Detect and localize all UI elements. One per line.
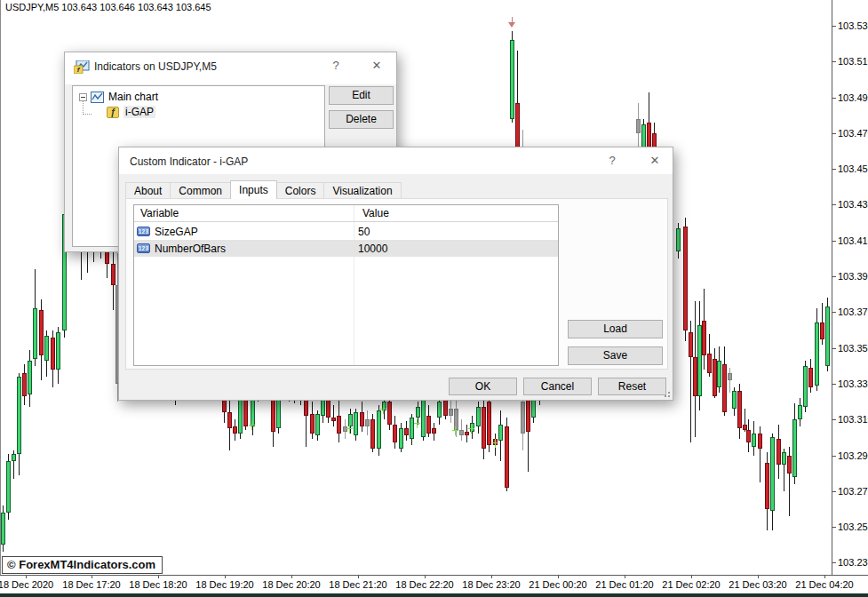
candle-body [717,361,721,387]
parameter-name: NumberOfBars [155,243,226,255]
tree-item-label: Main chart [108,91,158,103]
parameters-table[interactable]: Variable Value 123SizeGAP50123NumberOfBa… [133,204,559,366]
tree-item-main-chart[interactable]: Main chart [79,91,158,103]
candle-body [820,322,824,339]
time-label: 18 Dec 2020 [0,579,53,590]
tab-visualization[interactable]: Visualization [323,182,401,199]
candle-body [787,456,792,474]
indicators-dialog-title: Indicators on USDJPY,M5 [94,60,217,73]
delete-button[interactable]: Delete [329,110,394,129]
custom-dialog-title: Custom Indicator - i-GAP [130,155,248,168]
price-label: 103.330 [838,378,868,389]
candle-body [227,412,232,428]
load-button[interactable]: Load [568,320,663,338]
candle-body [331,418,336,421]
price-label: 103.390 [838,271,868,282]
parameter-value[interactable]: 10000 [358,243,387,255]
resize-grip[interactable] [662,389,670,397]
tab-common[interactable]: Common [170,182,231,199]
integer-parameter-icon: 123 [137,227,150,236]
time-tick [225,576,226,578]
price-tick [832,169,836,170]
tree-item-label: i-GAP [123,106,155,118]
collapse-icon[interactable] [79,93,87,101]
time-tick [291,576,292,578]
candle-body [752,434,756,447]
tab-about[interactable]: About [125,182,171,199]
time-label: 21 Dec 01:20 [595,579,653,590]
candle-body [808,368,813,387]
cancel-button[interactable]: Cancel [523,378,592,395]
table-row[interactable]: 123SizeGAP50 [134,223,558,240]
price-axis[interactable]: 103.530103.510103.490103.470103.450103.4… [832,0,868,575]
candle-body [393,425,397,442]
candle-body [51,338,55,370]
gap-buy-marker-icon [249,421,255,430]
price-tick [832,562,836,563]
candle-body [746,430,751,442]
column-header-variable: Variable [140,207,179,219]
price-label: 103.450 [838,163,868,174]
price-label: 103.490 [838,92,868,103]
candle-body [421,400,426,437]
watermark: © ForexMT4Indicators.com [2,556,163,574]
gap-buy-marker-icon [492,439,498,448]
price-tick [832,419,836,420]
close-button[interactable]: ✕ [641,151,668,171]
tab-inputs[interactable]: Inputs [230,180,277,199]
candle-body [676,228,681,251]
candle-body [370,419,375,449]
time-tick [491,576,492,578]
indicators-dialog-titlebar[interactable]: f Indicators on USDJPY,M5 ? ✕ [65,52,396,84]
close-button[interactable]: ✕ [363,56,390,76]
custom-indicator-icon: ƒ [107,107,119,118]
time-axis[interactable]: 18 Dec 202018 Dec 17:2018 Dec 18:2018 De… [0,575,868,593]
integer-parameter-icon: 123 [137,243,150,253]
candle-body [776,439,781,465]
candle-body [6,461,11,513]
parameter-value[interactable]: 50 [358,226,370,238]
candle-body [798,405,802,419]
tab-bar: AboutCommonInputsColorsVisualization [125,180,401,199]
ok-button[interactable]: OK [449,378,517,395]
gap-down-arrow-icon [508,17,516,28]
indicator-list-icon: f [74,60,90,74]
quote-ohlc-line: USDJPY,M5 103.643 103.646 103.643 103.64… [5,2,211,12]
price-tick [832,241,836,242]
time-tick [758,576,759,578]
time-label: 21 Dec 02:20 [662,579,720,590]
price-label: 103.410 [838,235,868,246]
candle-body [17,377,21,454]
candle-body [416,407,420,418]
price-label: 103.430 [838,199,868,210]
reset-button[interactable]: Reset [598,378,666,395]
price-tick [832,384,836,385]
price-label: 103.250 [838,521,868,532]
time-label: 18 Dec 21:20 [329,579,386,590]
time-tick [158,576,159,578]
help-button[interactable]: ? [599,151,625,171]
custom-indicator-dialog: Custom Indicator - i-GAP ? ✕ AboutCommon… [118,147,673,401]
window-bottom-edge [0,593,868,597]
price-tick [832,312,836,313]
candle-body [33,308,37,359]
price-tick [832,61,836,62]
help-button[interactable]: ? [323,56,349,76]
tree-item-igap[interactable]: ƒ i-GAP [107,106,155,118]
candle-body [505,426,509,488]
candle-body [792,419,797,477]
time-tick [691,576,692,578]
save-button[interactable]: Save [568,346,663,365]
candle-body [459,430,464,435]
candle-body [758,434,762,449]
candle-body [636,119,641,133]
edit-button[interactable]: Edit [329,86,394,105]
custom-dialog-titlebar[interactable]: Custom Indicator - i-GAP ? ✕ [119,147,673,174]
tab-colors[interactable]: Colors [276,182,325,199]
time-tick [26,576,27,578]
candle-body [326,398,330,418]
parameter-name: SizeGAP [155,226,198,238]
candle-body [365,419,370,426]
price-tick [832,527,836,528]
table-row[interactable]: 123NumberOfBars10000 [134,240,558,257]
